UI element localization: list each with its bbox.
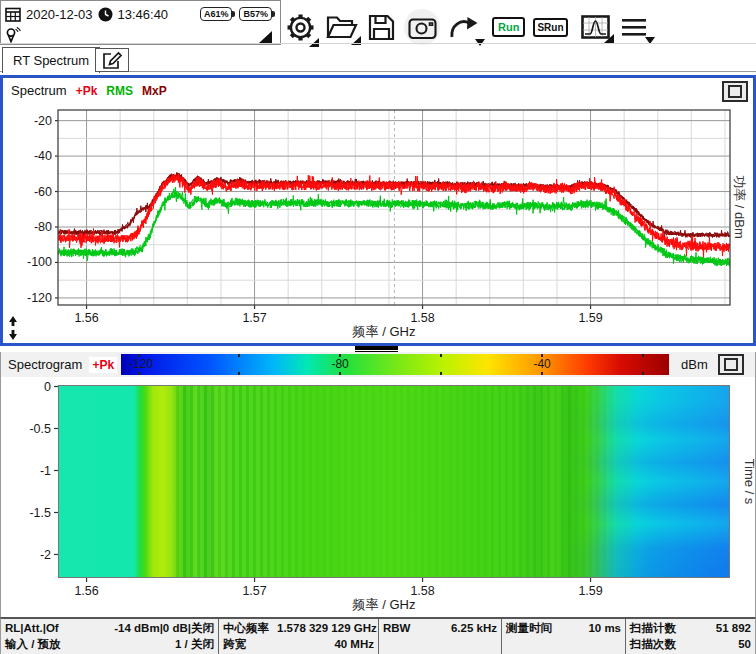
status-value: 40 MHz xyxy=(334,636,374,652)
svg-text:-40: -40 xyxy=(34,149,52,163)
status-label: 输入 / 预放 xyxy=(5,636,61,652)
status-label: 扫描计数 xyxy=(630,620,676,636)
battery-a-badge: A61% xyxy=(200,7,233,21)
scale-unit-label: dBm xyxy=(681,357,708,372)
time-label: 13:46:40 xyxy=(118,7,169,22)
edit-tabs-button[interactable] xyxy=(95,48,129,72)
open-file-button[interactable] xyxy=(326,14,358,41)
spectrogram-panel[interactable]: 0-0.5-1-1.5-21.561.571.581.59频率 / GHz Ti… xyxy=(0,377,756,617)
svg-text:1.56: 1.56 xyxy=(74,311,98,325)
status-label: 中心频率 xyxy=(223,620,269,636)
spectrogram-title: Spectrogram xyxy=(8,357,82,372)
spectrogram-y-axis-label: Time / s xyxy=(743,459,756,505)
tab-label: RT Spectrum xyxy=(13,53,89,68)
settings-button[interactable] xyxy=(285,12,316,43)
tab-bar: RT Spectrum xyxy=(0,46,756,73)
status-row: 扫描计数51 892 xyxy=(630,620,751,636)
display-expand-icon xyxy=(604,34,614,43)
date-label: 2020-12-03 xyxy=(26,7,93,22)
status-label: RL|Att.|Of xyxy=(5,620,59,636)
save-icon xyxy=(368,14,395,41)
status-row: 扫描次数50 xyxy=(630,636,751,652)
svg-text:1.58: 1.58 xyxy=(410,584,434,598)
battery-b-badge: B57% xyxy=(239,7,272,21)
color-scale-bar: -120 -80 -40 xyxy=(121,354,669,375)
svg-text:0: 0 xyxy=(44,380,51,394)
svg-text:-80: -80 xyxy=(34,220,52,234)
edit-icon xyxy=(102,51,123,70)
status-row: 跨宽40 MHz xyxy=(223,636,374,652)
svg-text:-0.5: -0.5 xyxy=(29,422,51,436)
hamburger-icon xyxy=(622,18,646,37)
camera-icon xyxy=(408,15,437,40)
svg-text:-1: -1 xyxy=(40,464,51,478)
spectrogram-maximize-button[interactable] xyxy=(718,354,744,375)
status-column[interactable]: 扫描计数51 892扫描次数50 xyxy=(626,619,755,654)
svg-text:-100: -100 xyxy=(27,255,52,269)
svg-text:-1.5: -1.5 xyxy=(29,506,51,520)
status-column[interactable]: RL|Att.|Of-14 dBm|0 dB|关闭输入 / 预放1 / 关闭 xyxy=(1,619,219,654)
status-bar: RL|Att.|Of-14 dBm|0 dB|关闭输入 / 预放1 / 关闭中心… xyxy=(0,617,756,654)
resize-vertical-icon[interactable] xyxy=(6,315,20,341)
status-column[interactable]: 测量时间10 ms xyxy=(502,619,626,654)
tab-rt-spectrum[interactable]: RT Spectrum xyxy=(2,47,100,73)
scale-tick--40: -40 xyxy=(533,357,550,371)
status-value: 6.25 kHz xyxy=(451,620,497,636)
svg-text:1.59: 1.59 xyxy=(578,584,602,598)
clock-icon xyxy=(98,7,113,22)
svg-text:1.58: 1.58 xyxy=(410,311,434,325)
calendar-icon xyxy=(5,7,21,22)
status-label: 测量时间 xyxy=(506,620,552,636)
rt-spectrum-app: 2020-12-03 13:46:40 A61% B57% xyxy=(0,0,756,654)
redo-button[interactable] xyxy=(448,15,478,40)
scale-tick--120: -120 xyxy=(129,357,153,371)
status-row: 中心频率1.578 329 129 GHz xyxy=(223,620,374,636)
svg-text:1.56: 1.56 xyxy=(74,584,98,598)
spectrum-chart: -20-40-60-80-100-1201.561.571.581.59频率 /… xyxy=(3,78,753,343)
run-button[interactable]: Run xyxy=(492,17,525,37)
topbar-separator xyxy=(0,43,756,44)
scale-tick--80: -80 xyxy=(331,357,348,371)
svg-text:-2: -2 xyxy=(40,548,51,562)
status-row: RBW6.25 kHz xyxy=(383,620,497,636)
spectrogram-trace-label: +Pk xyxy=(89,357,117,373)
svg-text:1.57: 1.57 xyxy=(242,311,266,325)
svg-text:-20: -20 xyxy=(34,114,52,128)
expand-corner-icon[interactable] xyxy=(259,31,272,43)
status-value: 50 xyxy=(738,636,751,652)
srun-button[interactable]: SRun xyxy=(533,18,567,37)
redo-arrow-icon xyxy=(448,15,478,40)
gps-icon xyxy=(5,27,23,44)
status-value: 10 ms xyxy=(588,620,621,636)
spectrum-y-axis-label: 功率 / dBm xyxy=(730,175,748,239)
svg-text:频率 / GHz: 频率 / GHz xyxy=(352,324,416,339)
save-button[interactable] xyxy=(368,14,395,41)
status-column[interactable]: 中心频率1.578 329 129 GHz跨宽40 MHz xyxy=(219,619,379,654)
svg-text:频率 / GHz: 频率 / GHz xyxy=(352,597,416,612)
status-row: 输入 / 预放1 / 关闭 xyxy=(5,636,214,652)
status-info-box[interactable]: 2020-12-03 13:46:40 A61% B57% xyxy=(0,0,281,45)
status-column[interactable]: RBW6.25 kHz xyxy=(379,619,502,654)
status-value: 1.578 329 129 GHz xyxy=(277,620,377,636)
redo-expand-icon xyxy=(475,39,485,46)
svg-text:1.57: 1.57 xyxy=(242,584,266,598)
menu-button[interactable] xyxy=(622,18,646,37)
status-value: 51 892 xyxy=(716,620,751,636)
svg-text:-60: -60 xyxy=(34,185,52,199)
status-label: 扫描次数 xyxy=(630,636,676,652)
window-edge-left xyxy=(0,352,1,617)
spectrogram-axes: 0-0.5-1-1.5-21.561.571.581.59频率 / GHz xyxy=(0,377,756,617)
status-value: 1 / 关闭 xyxy=(175,636,214,652)
status-label: 跨宽 xyxy=(223,636,246,652)
status-row: 测量时间10 ms xyxy=(506,620,621,636)
display-config-button[interactable] xyxy=(581,15,610,39)
svg-text:-120: -120 xyxy=(27,291,52,305)
screenshot-button[interactable] xyxy=(404,9,440,45)
status-value: -14 dBm|0 dB|关闭 xyxy=(114,620,214,636)
status-row: RL|Att.|Of-14 dBm|0 dB|关闭 xyxy=(5,620,214,636)
main-toolbar: Run SRun xyxy=(285,8,652,46)
status-label: RBW xyxy=(383,620,410,636)
spectrogram-header: Spectrogram +Pk -120 -80 -40 dBm xyxy=(0,352,756,377)
svg-text:1.59: 1.59 xyxy=(578,311,602,325)
spectrum-panel[interactable]: Spectrum +Pk RMS MxP -20-40-60-80-100-12… xyxy=(0,75,756,346)
